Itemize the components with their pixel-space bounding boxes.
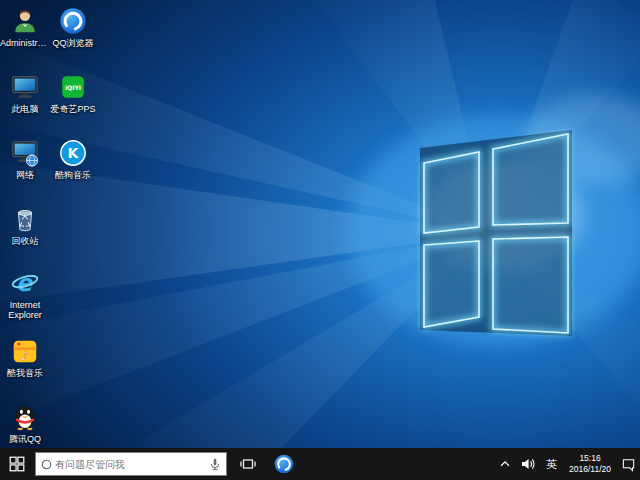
icon-label: Internet Explorer <box>0 300 50 321</box>
icon-label: 此电脑 <box>0 104 50 114</box>
windows-logo-icon <box>9 456 25 472</box>
task-view-icon <box>240 456 256 472</box>
kuwo-music-icon: ♪ <box>10 336 40 366</box>
icon-label: 酷狗音乐 <box>48 170 98 180</box>
icon-label: 酷我音乐 <box>0 368 50 378</box>
svg-text:K: K <box>68 145 80 161</box>
desktop-icon-recycle-bin[interactable]: 回收站 <box>0 204 50 246</box>
svg-text:iQIYI: iQIYI <box>65 84 81 91</box>
task-view-button[interactable] <box>233 448 263 480</box>
taskbar: 英 15:16 2016/11/20 <box>0 448 640 480</box>
start-button[interactable] <box>0 448 34 480</box>
icon-label: 腾讯QQ <box>0 434 50 444</box>
desktop-icon-kugou-music[interactable]: K 酷狗音乐 <box>48 138 98 180</box>
qq-browser-taskbar-icon <box>273 453 295 475</box>
desktop[interactable]: Administrator 此电脑 网络 回收站 <box>0 0 640 448</box>
tray-overflow-button[interactable] <box>494 448 516 480</box>
icon-label: 爱奇艺PPS <box>48 104 98 114</box>
icon-label: 回收站 <box>0 236 50 246</box>
icon-label: 网络 <box>0 170 50 180</box>
wallpaper <box>0 0 640 448</box>
speaker-icon <box>520 456 536 472</box>
this-pc-icon <box>10 72 40 102</box>
desktop-icon-network[interactable]: 网络 <box>0 138 50 180</box>
desktop-icon-iqiyi-pps[interactable]: iQIYI 爱奇艺PPS <box>48 72 98 114</box>
microphone-icon[interactable] <box>208 457 222 472</box>
clock-date: 2016/11/20 <box>569 464 611 475</box>
cortana-icon <box>40 458 53 471</box>
system-tray: 英 15:16 2016/11/20 <box>494 448 640 480</box>
clock-time: 15:16 <box>569 453 611 464</box>
iqiyi-pps-icon: iQIYI <box>58 72 88 102</box>
chevron-up-icon <box>498 457 512 471</box>
internet-explorer-icon: e <box>10 268 40 298</box>
action-center-icon <box>621 457 636 472</box>
desktop-icon-kuwo-music[interactable]: ♪ 酷我音乐 <box>0 336 50 378</box>
desktop-icon-tencent-qq[interactable]: 腾讯QQ <box>0 402 50 444</box>
desktop-icon-internet-explorer[interactable]: e Internet Explorer <box>0 268 50 321</box>
icon-label: Administrator <box>0 38 50 48</box>
taskbar-search-box[interactable] <box>35 452 227 476</box>
volume-button[interactable] <box>516 448 540 480</box>
taskbar-qq-browser-button[interactable] <box>267 448 301 480</box>
desktop-icon-qq-browser[interactable]: QQ浏览器 <box>48 6 98 48</box>
recycle-bin-icon <box>10 204 40 234</box>
network-icon <box>10 138 40 168</box>
search-input[interactable] <box>53 459 208 470</box>
desktop-icon-administrator[interactable]: Administrator <box>0 6 50 48</box>
administrator-icon <box>10 6 40 36</box>
action-center-button[interactable] <box>617 448 640 480</box>
desktop-icon-this-pc[interactable]: 此电脑 <box>0 72 50 114</box>
kugou-music-icon: K <box>58 138 88 168</box>
qq-browser-icon <box>58 6 88 36</box>
svg-text:♪: ♪ <box>21 349 29 363</box>
tencent-qq-icon <box>10 402 40 432</box>
clock[interactable]: 15:16 2016/11/20 <box>563 448 617 480</box>
icon-label: QQ浏览器 <box>48 38 98 48</box>
input-method-indicator[interactable]: 英 <box>540 448 563 480</box>
